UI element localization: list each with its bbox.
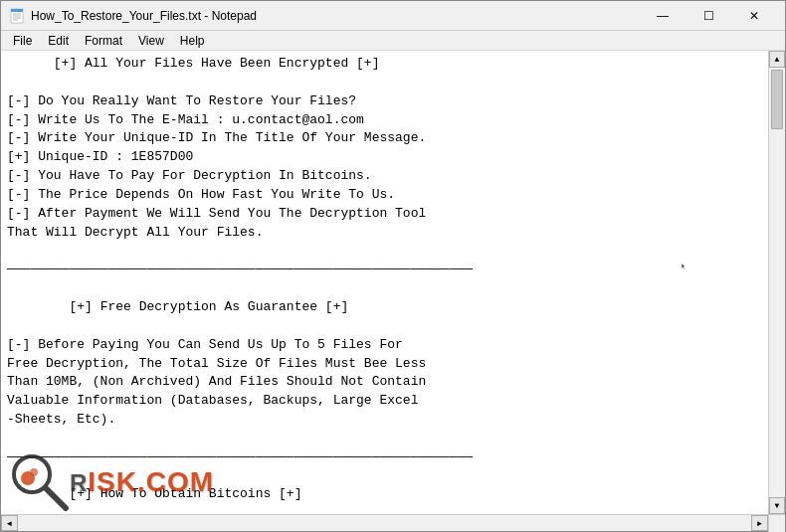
vertical-scrollbar[interactable]: ▲ ▼: [768, 51, 785, 514]
notepad-icon: [9, 8, 25, 24]
title-bar: How_To_Restore_Your_Files.txt - Notepad …: [1, 1, 785, 31]
horizontal-scrollbar[interactable]: ◄ ►: [1, 514, 785, 531]
minimize-button[interactable]: —: [640, 1, 686, 31]
menu-file[interactable]: File: [5, 31, 40, 50]
menu-edit[interactable]: Edit: [40, 31, 77, 50]
scroll-corner: [768, 515, 785, 532]
menu-bar: File Edit Format View Help: [1, 31, 785, 51]
menu-format[interactable]: Format: [77, 31, 130, 50]
scroll-right-button[interactable]: ►: [751, 515, 768, 531]
scroll-up-button[interactable]: ▲: [769, 51, 785, 68]
scroll-track[interactable]: [769, 68, 785, 497]
close-button[interactable]: ✕: [731, 1, 777, 31]
menu-view[interactable]: View: [130, 31, 172, 50]
notepad-window: How_To_Restore_Your_Files.txt - Notepad …: [0, 0, 786, 532]
menu-help[interactable]: Help: [172, 31, 213, 50]
scroll-down-button[interactable]: ▼: [769, 497, 785, 514]
window-title: How_To_Restore_Your_Files.txt - Notepad: [31, 9, 257, 23]
maximize-button[interactable]: ☐: [686, 1, 731, 31]
h-scroll-track[interactable]: [18, 515, 751, 531]
scroll-left-button[interactable]: ◄: [1, 515, 18, 531]
svg-rect-1: [11, 9, 23, 12]
editor-container: [+] All Your Files Have Been Encrypted […: [1, 51, 785, 514]
editor-scroll-area[interactable]: [+] All Your Files Have Been Encrypted […: [1, 51, 768, 514]
scroll-thumb[interactable]: [771, 70, 783, 129]
title-bar-left: How_To_Restore_Your_Files.txt - Notepad: [9, 8, 640, 24]
editor-text[interactable]: [+] All Your Files Have Been Encrypted […: [7, 55, 762, 514]
title-bar-controls: — ☐ ✕: [640, 1, 777, 31]
